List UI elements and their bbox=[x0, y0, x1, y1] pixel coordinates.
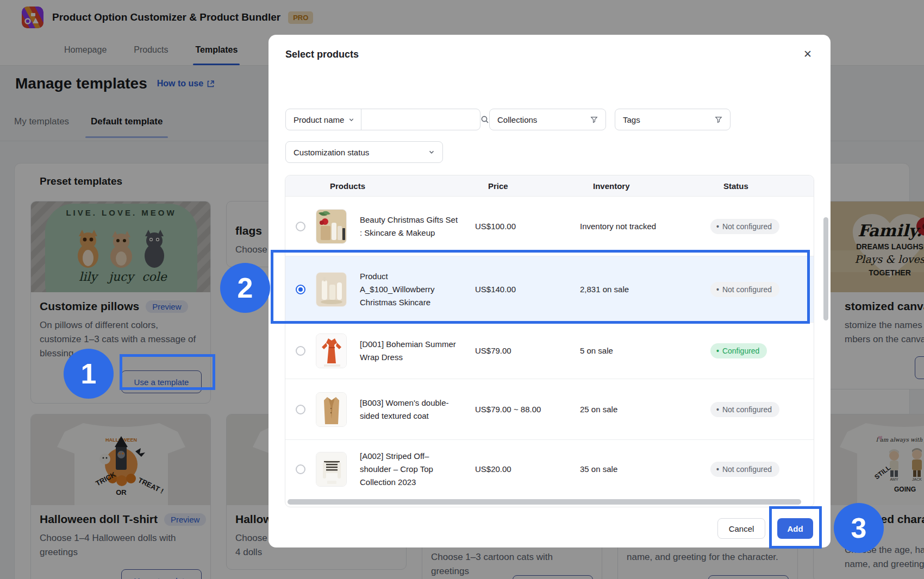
product-price: US$20.00 bbox=[475, 464, 580, 474]
status-dot-icon: • bbox=[716, 222, 719, 231]
table-row[interactable]: [A002] Striped Off–shoulder – Crop Top C… bbox=[285, 439, 814, 498]
table-row[interactable]: [D001] Bohemian Summer Wrap Dress US$79.… bbox=[285, 322, 814, 379]
status-badge: •Not configured bbox=[710, 402, 779, 417]
search-field-selector[interactable]: Product name bbox=[286, 109, 361, 130]
row-radio[interactable] bbox=[296, 222, 305, 231]
step2-highlight-box bbox=[271, 250, 810, 324]
status-badge: •Not configured bbox=[710, 462, 779, 477]
table-header: Products Price Inventory Status bbox=[285, 175, 814, 196]
status-badge: •Configured bbox=[710, 343, 767, 358]
modal-title: Select products bbox=[285, 49, 359, 60]
column-header-price: Price bbox=[488, 181, 593, 191]
product-name: [A002] Striped Off–shoulder – Crop Top C… bbox=[360, 450, 475, 489]
search-field-label: Product name bbox=[294, 115, 344, 124]
search-icon[interactable] bbox=[480, 115, 489, 124]
product-thumbnail bbox=[316, 452, 347, 487]
tags-label: Tags bbox=[623, 115, 640, 124]
customization-status-label: Customization status bbox=[294, 148, 369, 157]
table-row[interactable]: [B003] Women's double-sided textured coa… bbox=[285, 379, 814, 439]
product-thumbnail bbox=[316, 209, 347, 244]
screen: Product Option Customizer & Product Bund… bbox=[0, 0, 924, 579]
product-inventory: 35 on sale bbox=[580, 464, 710, 474]
horizontal-scrollbar[interactable] bbox=[288, 499, 801, 505]
column-header-products: Products bbox=[330, 181, 488, 191]
column-header-status: Status bbox=[723, 181, 814, 191]
tags-filter[interactable]: Tags bbox=[615, 109, 731, 130]
collections-label: Collections bbox=[497, 115, 537, 124]
status-dot-icon: • bbox=[716, 347, 719, 355]
row-radio[interactable] bbox=[296, 346, 305, 356]
funnel-icon bbox=[715, 116, 722, 123]
table-row[interactable]: Beauty Christmas Gifts Set : Skincare & … bbox=[285, 196, 814, 256]
products-table: Products Price Inventory Status Beauty C… bbox=[285, 175, 814, 507]
product-name: [B003] Women's double-sided textured coa… bbox=[360, 397, 475, 423]
search-input[interactable] bbox=[361, 109, 480, 130]
product-name: Beauty Christmas Gifts Set : Skincare & … bbox=[360, 213, 475, 240]
step-1-badge: 1 bbox=[64, 349, 114, 399]
column-header-inventory: Inventory bbox=[593, 181, 723, 191]
row-radio[interactable] bbox=[296, 405, 305, 414]
step3-highlight-box bbox=[769, 506, 822, 549]
product-price: US$100.00 bbox=[475, 222, 580, 231]
status-dot-icon: • bbox=[716, 465, 719, 474]
step1-highlight-box bbox=[120, 354, 215, 390]
status-dot-icon: • bbox=[716, 405, 719, 414]
close-icon[interactable]: ✕ bbox=[803, 48, 812, 60]
product-inventory: 5 on sale bbox=[580, 346, 710, 355]
table-body: Beauty Christmas Gifts Set : Skincare & … bbox=[285, 196, 814, 498]
collections-filter[interactable]: Collections bbox=[489, 109, 606, 130]
vertical-scrollbar[interactable] bbox=[823, 217, 828, 320]
row-radio[interactable] bbox=[296, 464, 305, 474]
chevron-down-icon bbox=[428, 149, 435, 155]
chevron-down-icon bbox=[348, 117, 354, 123]
product-thumbnail bbox=[316, 333, 347, 368]
step-2-badge: 2 bbox=[220, 263, 270, 313]
product-price: US$79.00 bbox=[475, 346, 580, 355]
search-combo: Product name bbox=[285, 109, 480, 130]
product-price: US$79.00 ~ 88.00 bbox=[475, 405, 580, 414]
filter-row: Product name Collections Tags bbox=[285, 109, 731, 130]
product-inventory: 25 on sale bbox=[580, 405, 710, 414]
product-inventory: Inventory not tracked bbox=[580, 222, 710, 231]
funnel-icon bbox=[590, 116, 598, 123]
product-name: [D001] Bohemian Summer Wrap Dress bbox=[360, 338, 475, 364]
status-badge: •Not configured bbox=[710, 219, 779, 234]
cancel-button[interactable]: Cancel bbox=[717, 518, 765, 539]
customization-status-select[interactable]: Customization status bbox=[285, 141, 443, 163]
step-3-badge: 3 bbox=[834, 503, 884, 553]
product-thumbnail bbox=[316, 392, 347, 427]
